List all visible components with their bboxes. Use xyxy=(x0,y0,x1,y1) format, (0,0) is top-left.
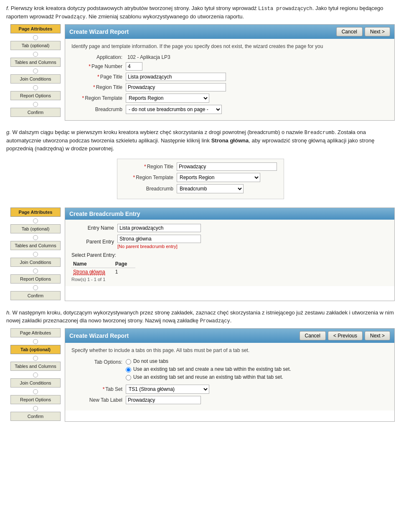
nav1-tab-optional[interactable]: Tab (optional) xyxy=(10,41,61,50)
nav2-dot5 xyxy=(33,285,38,290)
req-star2: * xyxy=(97,74,99,80)
table-row: Strona główna 1 xyxy=(71,268,135,276)
wizard1-nav: Page Attributes Tab (optional) Tables an… xyxy=(6,24,65,121)
strona-glowna-link[interactable]: Strona główna xyxy=(73,269,105,275)
wizard1-body: Identify page and template information. … xyxy=(65,39,394,120)
wizard1-header-buttons: Cancel Next > xyxy=(336,27,390,36)
breadcrumb-select[interactable]: - do not use breadcrumbs on page - xyxy=(126,105,222,114)
radio-existing-new-label: Use an existing tab set and create a new… xyxy=(133,366,291,372)
radio-no-tabs-label: Do not use tabs xyxy=(133,358,168,364)
nav1-dot1 xyxy=(33,35,38,40)
page-title-row: *Page Title xyxy=(71,73,388,81)
tab-set-select[interactable]: TS1 (Strona główna) xyxy=(126,385,209,394)
wizard1-title: Create Wizard Report xyxy=(69,28,129,35)
nav3-confirm[interactable]: Confirm xyxy=(10,412,61,421)
wizard3-next-button[interactable]: Next > xyxy=(365,331,390,340)
wizard3-cancel-button[interactable]: Cancel xyxy=(299,331,326,340)
nav1-dot5 xyxy=(33,102,38,107)
section-h: h. W następnym kroku, dotyczącym wykorzy… xyxy=(6,309,395,422)
nav2-page-attributes[interactable]: Page Attributes xyxy=(10,208,61,217)
wizard3-previous-button[interactable]: < Previous xyxy=(328,331,363,340)
radio-row-3: Use an existing tab set and reuse an exi… xyxy=(126,374,291,380)
wizard1-cancel-button[interactable]: Cancel xyxy=(336,27,363,36)
wizard2-container: Page Attributes Tab (optional) Tables an… xyxy=(6,208,395,301)
mini-region-template-row: *Region Template Reports Region xyxy=(122,173,279,182)
h-code1: Prowadzący xyxy=(200,318,230,324)
nav3-page-attributes[interactable]: Page Attributes xyxy=(10,328,61,337)
nav3-report-options[interactable]: Report Options xyxy=(10,395,61,404)
nav2-tab-optional[interactable]: Tab (optional) xyxy=(10,224,61,233)
table-cell-page: 1 xyxy=(114,268,136,276)
rows-info: Row(s) 1 - 1 of 1 xyxy=(71,277,388,282)
nav3-tab-optional[interactable]: Tab (optional) xyxy=(10,345,61,354)
req-star4: * xyxy=(82,95,84,101)
nav1-confirm[interactable]: Confirm xyxy=(10,108,61,117)
tab-options-label: Tab Options: xyxy=(71,359,126,365)
wizard3-header: Create Wizard Report Cancel < Previous N… xyxy=(65,329,394,343)
mini-region-title-label: *Region Title xyxy=(122,164,177,170)
g-link-text: Strona główna xyxy=(211,137,249,144)
page-title-input[interactable] xyxy=(126,73,226,81)
req-star-ts: * xyxy=(103,386,105,392)
radio-no-tabs[interactable] xyxy=(126,359,131,365)
mini-region-template-select[interactable]: Reports Region xyxy=(177,173,260,182)
section-f: f. Pierwszy krok kreatora dotyczy podsta… xyxy=(6,4,395,121)
nav1-tables-columns[interactable]: Tables and Columns xyxy=(10,58,61,67)
section-f-text: f. Pierwszy krok kreatora dotyczy podsta… xyxy=(6,4,395,21)
nav2-report-options[interactable]: Report Options xyxy=(10,274,61,284)
parent-entry-input[interactable] xyxy=(117,235,201,243)
wizard1-next-button[interactable]: Next > xyxy=(365,27,390,36)
mini-form-block: *Region Title *Region Template Reports R… xyxy=(117,159,284,199)
mini-region-template-label: *Region Template xyxy=(122,175,177,180)
region-template-select[interactable]: Reports Region xyxy=(126,94,209,103)
nav2-confirm[interactable]: Confirm xyxy=(10,291,61,300)
application-row: Application: 102 - Aplikacja LP3 xyxy=(71,54,388,60)
nav1-report-options[interactable]: Report Options xyxy=(10,91,61,100)
parent-entry-table: Name Page Strona główna 1 xyxy=(71,260,135,276)
f-code1: Lista prowadzących xyxy=(258,6,312,12)
entry-name-row: Entry Name xyxy=(71,224,388,232)
nav1-join-conditions[interactable]: Join Conditions xyxy=(10,74,61,84)
new-tab-label-row: New Tab Label xyxy=(71,396,388,404)
tab-set-label: *Tab Set xyxy=(71,386,126,392)
nav2-dot3 xyxy=(33,252,38,257)
nav3-join-conditions[interactable]: Join Conditions xyxy=(10,378,61,388)
radio-row-1: Do not use tabs xyxy=(126,358,291,365)
region-title-label: *Region Title xyxy=(71,84,126,90)
region-title-input[interactable] xyxy=(126,83,226,91)
wizard3-desc: Specify whether to include a tabs on thi… xyxy=(71,347,388,354)
nav2-dot4 xyxy=(33,269,38,274)
page-number-label: *Page Number xyxy=(71,63,126,69)
nav3-tables-columns[interactable]: Tables and Columns xyxy=(10,362,61,371)
wizard3-content: Create Wizard Report Cancel < Previous N… xyxy=(65,328,395,422)
f-text1: Pierwszy krok kreatora dotyczy podstawow… xyxy=(11,5,258,11)
mini-breadcrumb-select[interactable]: Breadcrumb xyxy=(177,184,244,193)
nav2-tables-columns[interactable]: Tables and Columns xyxy=(10,241,61,250)
tab-set-row: *Tab Set TS1 (Strona główna) xyxy=(71,385,388,394)
mini-breadcrumb-row: Breadcrumb Breadcrumb xyxy=(122,184,279,193)
letter-g: g. xyxy=(6,129,11,135)
new-tab-label-input[interactable] xyxy=(126,396,201,404)
nav2-join-conditions[interactable]: Join Conditions xyxy=(10,258,61,267)
radio-existing-new[interactable] xyxy=(126,367,131,372)
region-title-row: *Region Title xyxy=(71,83,388,91)
radio-existing-reuse[interactable] xyxy=(126,375,131,380)
nav3-dot2 xyxy=(33,356,38,361)
tab-options-row: Tab Options: Do not use tabs Use an exis… xyxy=(71,358,388,382)
wizard3-header-buttons: Cancel < Previous Next > xyxy=(299,331,390,340)
req-star-m2: * xyxy=(133,175,135,180)
nav1-page-attributes[interactable]: Page Attributes xyxy=(10,24,61,33)
application-label: Application: xyxy=(71,54,126,60)
letter-f: f. xyxy=(6,5,9,11)
req-star3: * xyxy=(93,84,95,90)
page-title-label: *Page Title xyxy=(71,74,126,80)
wizard3-container: Page Attributes Tab (optional) Tables an… xyxy=(6,328,395,422)
region-template-label: *Region Template xyxy=(71,95,126,101)
req-star-m1: * xyxy=(144,164,146,170)
page-number-input[interactable] xyxy=(126,62,142,71)
application-value: 102 - Aplikacja LP3 xyxy=(126,54,170,60)
entry-name-input[interactable] xyxy=(117,224,201,232)
nav2-dot1 xyxy=(33,218,38,223)
table-header-page: Page xyxy=(114,260,136,268)
mini-region-title-input[interactable] xyxy=(177,162,277,171)
